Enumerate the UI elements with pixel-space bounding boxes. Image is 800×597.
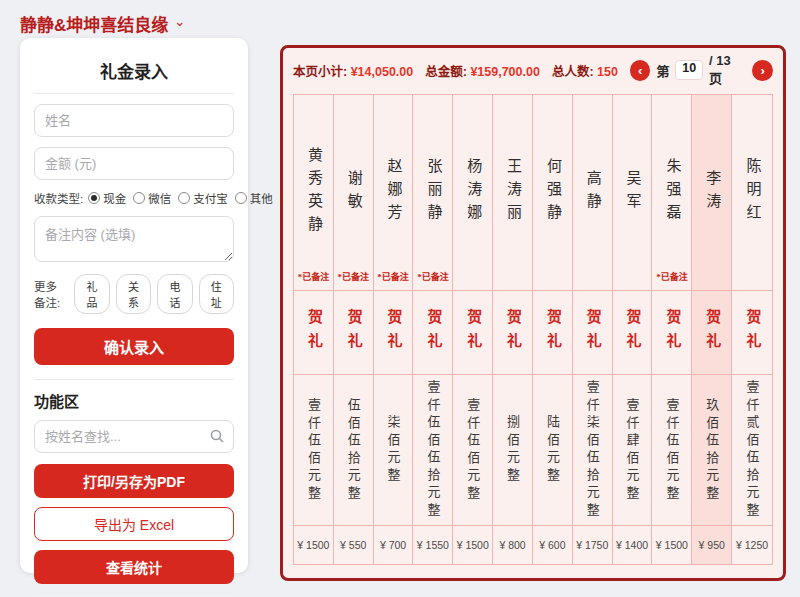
amount-numeric: ¥ 1500 [457,539,489,551]
page-subtotal-label: 本页小计: [293,65,347,79]
amount-chinese: 玖佰伍拾元整 [705,398,718,503]
ledger-column[interactable]: 朱强磊*已备注贺礼壹仟伍佰元整¥ 1500 [652,95,692,564]
guest-name-cell: 高静 [573,95,612,291]
ledger-column[interactable]: 陈明红贺礼壹仟贰佰伍拾元整¥ 1250 [732,95,772,564]
amount-numeric-cell: ¥ 1500 [453,526,492,564]
amount-chinese: 壹仟伍佰元整 [466,398,479,503]
guest-name-cell: 吴军 [613,95,652,291]
form-title: 礼金录入 [34,50,234,93]
gift-label-cell: 贺礼 [453,291,492,375]
ledger-column[interactable]: 李涛贺礼玖佰伍拾元整¥ 950 [692,95,732,564]
confirm-entry-button[interactable]: 确认录入 [34,328,234,365]
next-page-button[interactable]: › [752,60,773,81]
page-number-box[interactable]: 10 [675,60,702,80]
guest-name: 何强静 [545,158,560,227]
amount-numeric-cell: ¥ 800 [493,526,532,564]
ledger-grid: 黄秀英静*已备注贺礼壹仟伍佰元整¥ 1500谢敏*已备注贺礼伍佰伍拾元整¥ 55… [293,94,773,565]
amount-numeric-cell: ¥ 1250 [732,526,772,564]
name-input[interactable] [34,104,234,137]
gift-label: 贺礼 [745,309,760,357]
amount-numeric: ¥ 600 [539,539,565,551]
prev-page-button[interactable]: ‹ [630,60,651,81]
gift-label-cell: 贺礼 [374,291,413,375]
pagination: ‹ 第 10 / 13 页 › [630,53,773,87]
search-input[interactable] [34,420,234,453]
app-title[interactable]: 静静&坤坤喜结良缘 ⌄ [20,11,185,36]
entry-form-card: 礼金录入 收款类型: 现金 微信 支付宝 其他 更多备注: 礼品 关系 电话 住… [20,38,248,573]
ledger-column[interactable]: 谢敏*已备注贺礼伍佰伍拾元整¥ 550 [334,95,374,564]
radio-wechat[interactable]: 微信 [133,190,171,206]
guest-name-cell: 张丽静*已备注 [413,95,452,291]
search-icon [209,428,225,444]
chevron-down-icon: ⌄ [174,14,185,29]
payment-type-group: 收款类型: 现金 微信 支付宝 其他 [34,190,234,206]
guest-name-cell: 何强静 [533,95,572,291]
gift-label-cell: 贺礼 [334,291,373,375]
tag-relation-button[interactable]: 关系 [116,274,151,314]
guest-count-label: 总人数: [552,65,594,79]
amount-numeric: ¥ 550 [340,539,366,551]
guest-name: 李涛 [704,170,719,216]
guest-name: 谢敏 [346,170,361,216]
ledger-column[interactable]: 杨涛娜贺礼壹仟伍佰元整¥ 1500 [453,95,493,564]
ledger-column[interactable]: 赵娜芳*已备注贺礼柒佰元整¥ 700 [374,95,414,564]
gift-label: 贺礼 [425,309,440,357]
amount-cn-cell: 壹仟伍佰伍拾元整 [413,375,452,526]
guest-name-cell: 王涛丽 [493,95,532,291]
radio-alipay-label: 支付宝 [193,190,228,206]
guest-count-value: 150 [597,65,618,79]
ledger-column[interactable]: 王涛丽贺礼捌佰元整¥ 800 [493,95,533,564]
guest-name: 朱强磊 [664,158,679,227]
amount-cn-cell: 柒佰元整 [374,375,413,526]
amount-numeric: ¥ 800 [499,539,525,551]
tag-phone-button[interactable]: 电话 [157,274,192,314]
app-title-text: 静静&坤坤喜结良缘 [20,11,168,36]
print-pdf-button[interactable]: 打印/另存为PDF [34,464,234,498]
gift-label-cell: 贺礼 [573,291,612,375]
ledger-column[interactable]: 何强静贺礼陆佰元整¥ 600 [533,95,573,564]
ledger-column[interactable]: 黄秀英静*已备注贺礼壹仟伍佰元整¥ 1500 [294,95,334,564]
ledger-column[interactable]: 高静贺礼壹仟柒佰伍拾元整¥ 1750 [573,95,613,564]
radio-icon [178,192,190,204]
noted-badge: *已备注 [652,270,691,283]
amount-numeric: ¥ 1400 [616,539,648,551]
gift-label-cell: 贺礼 [732,291,772,375]
radio-other-label: 其他 [250,190,273,206]
search-field [34,420,234,453]
page-prefix: 第 [656,61,669,80]
page-subtotal-value: ¥14,050.00 [351,65,414,79]
export-excel-button[interactable]: 导出为 Excel [34,507,234,541]
guest-name-cell: 赵娜芳*已备注 [374,95,413,291]
gift-label: 贺礼 [386,309,401,357]
ledger-panel: 本页小计: ¥14,050.00 总金额: ¥159,700.00 总人数: 1… [280,45,786,581]
amount-numeric-cell: ¥ 1550 [413,526,452,564]
guest-name: 黄秀英静 [306,147,321,239]
amount-numeric-cell: ¥ 1750 [573,526,612,564]
ledger-column[interactable]: 吴军贺礼壹仟肆佰元整¥ 1400 [613,95,653,564]
radio-icon [133,192,145,204]
ledger-column[interactable]: 张丽静*已备注贺礼壹仟伍佰伍拾元整¥ 1550 [413,95,453,564]
guest-name: 吴军 [625,170,640,216]
tag-address-button[interactable]: 住址 [199,274,234,314]
gift-label: 贺礼 [625,309,640,357]
noted-badge: *已备注 [413,270,452,283]
tag-gift-button[interactable]: 礼品 [74,274,109,314]
radio-cash[interactable]: 现金 [88,190,126,206]
guest-name: 张丽静 [425,158,440,227]
gift-label: 贺礼 [505,309,520,357]
notes-textarea[interactable] [34,216,234,262]
amount-chinese: 捌佰元整 [506,415,519,485]
amount-numeric-cell: ¥ 600 [533,526,572,564]
radio-other[interactable]: 其他 [235,190,273,206]
guest-count: 总人数: 150 [552,61,618,80]
amount-chinese: 伍佰伍拾元整 [347,398,360,503]
radio-alipay[interactable]: 支付宝 [178,190,228,206]
radio-wechat-label: 微信 [148,190,171,206]
guest-name-cell: 李涛 [692,95,731,291]
view-stats-button[interactable]: 查看统计 [34,550,234,584]
guest-name-cell: 朱强磊*已备注 [652,95,691,291]
amount-input[interactable] [34,147,234,180]
amount-cn-cell: 壹仟伍佰元整 [294,375,333,526]
amount-numeric-cell: ¥ 1500 [294,526,333,564]
amount-numeric: ¥ 1500 [656,539,688,551]
